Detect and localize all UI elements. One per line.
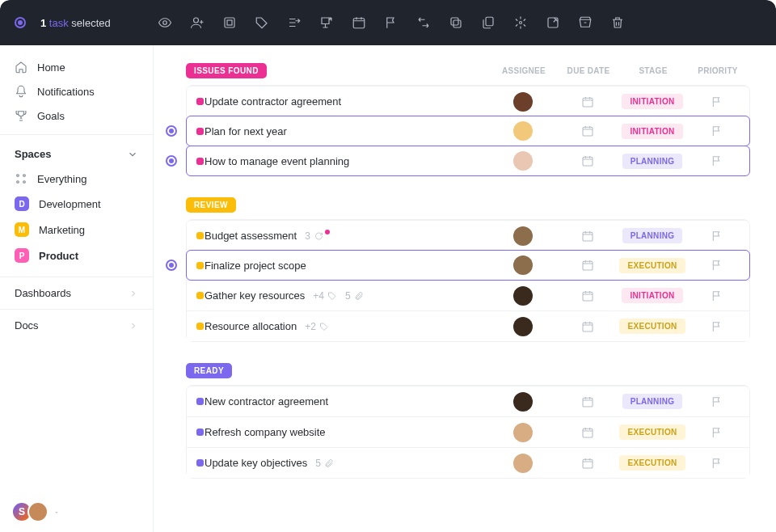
priority-button[interactable] [685,154,749,167]
stage-pill[interactable]: PLANNING [622,154,683,169]
nav-everything[interactable]: Everything [0,167,153,191]
stage-pill[interactable]: INITIATION [622,288,682,303]
stage-pill[interactable]: EXECUTION [619,319,685,334]
status-bullet-icon[interactable] [196,398,204,405]
row-selected-icon[interactable] [166,260,177,271]
task-row[interactable]: Refresh company websiteEXECUTION [187,416,749,447]
task-row[interactable]: Finalize project scopeEXECUTION [186,250,750,281]
task-row[interactable]: Resource allocation+2 EXECUTION [187,310,749,341]
dates-icon[interactable] [352,15,366,30]
stage-pill[interactable]: PLANNING [622,228,683,243]
tags-icon[interactable] [255,15,269,30]
assignee-avatar[interactable] [513,286,533,306]
row-selected-icon[interactable] [166,125,177,137]
assignee-avatar[interactable] [513,92,533,112]
change-status-icon[interactable] [222,15,237,30]
set-parent-icon[interactable] [319,15,334,30]
space-item-development[interactable]: DDevelopment [0,191,153,217]
stage-pill[interactable]: PLANNING [622,394,683,409]
profile-cluster[interactable]: S [11,501,60,522]
priority-button[interactable] [685,320,749,333]
dependencies-icon[interactable] [416,15,431,30]
task-title: Plan for next year [205,125,287,137]
attachment-count[interactable]: 5 [315,458,334,469]
task-row[interactable]: Update contractor agreementINITIATION [187,86,749,116]
space-item-marketing[interactable]: MMarketing [0,217,153,243]
move-icon[interactable] [287,15,302,30]
status-bullet-icon[interactable] [196,232,204,239]
spaces-header[interactable]: Spaces [0,141,153,167]
assignee-avatar[interactable] [513,255,533,275]
due-date-button[interactable] [555,457,620,470]
due-date-button[interactable] [555,395,620,408]
priority-button[interactable] [685,395,749,408]
nav-notifications[interactable]: Notifications [0,79,153,103]
assignee-avatar[interactable] [513,317,533,336]
assignee-avatar[interactable] [513,392,533,412]
group-pill[interactable]: ISSUES FOUND [186,63,267,78]
comments-count[interactable]: 3 [305,230,331,242]
task-row[interactable]: How to manage event planningPLANNING [186,146,750,176]
archive-icon[interactable] [578,15,593,30]
status-bullet-icon[interactable] [196,128,204,135]
attachment-count[interactable]: 5 [345,290,364,302]
stage-pill[interactable]: INITIATION [622,124,682,139]
merge-icon[interactable] [513,15,528,30]
add-assignee-icon[interactable] [190,15,205,30]
status-bullet-icon[interactable] [196,158,204,165]
task-row[interactable]: Gather key resources+4 5 INITIATION [187,280,749,310]
due-date-button[interactable] [555,125,620,137]
group-pill[interactable]: REVIEW [186,197,236,213]
priority-button[interactable] [685,230,749,243]
assignee-avatar[interactable] [513,423,533,442]
status-bullet-icon[interactable] [196,323,204,330]
task-row[interactable]: New contractor agreementPLANNING [187,386,749,416]
stage-pill[interactable]: EXECUTION [619,258,685,273]
nav-docs[interactable]: Docs [0,309,153,341]
priority-button[interactable] [685,259,749,272]
template-icon[interactable] [546,15,560,30]
stage-pill[interactable]: EXECUTION [619,455,685,471]
duplicate-icon[interactable] [449,15,463,30]
copy-icon[interactable] [481,15,496,30]
watch-icon[interactable] [158,15,172,30]
group-pill[interactable]: READY [186,363,232,378]
row-selected-icon[interactable] [166,155,177,167]
task-row[interactable]: Plan for next yearINITIATION [186,116,750,146]
status-bullet-icon[interactable] [196,98,204,105]
stage-pill[interactable]: EXECUTION [619,424,685,440]
nav-goals[interactable]: Goals [0,103,153,128]
trash-icon[interactable] [610,15,625,30]
nav-dashboards[interactable]: Dashboards [0,277,153,309]
assignee-avatar[interactable] [513,121,533,141]
due-date-button[interactable] [555,259,620,272]
status-bullet-icon[interactable] [196,262,204,269]
due-date-button[interactable] [555,95,620,108]
due-date-button[interactable] [555,154,620,167]
task-row[interactable]: Budget assessment3 PLANNING [187,220,749,251]
priority-button[interactable] [685,457,749,470]
tag-count[interactable]: +2 [305,321,329,332]
assignee-avatar[interactable] [513,226,533,246]
status-bullet-icon[interactable] [196,429,204,436]
assignee-avatar[interactable] [513,454,533,473]
priority-button[interactable] [685,289,749,302]
tag-count[interactable]: +4 [313,290,337,302]
nav-home[interactable]: Home [0,55,153,79]
due-date-button[interactable] [555,230,620,243]
due-date-button[interactable] [555,289,620,302]
priority-button[interactable] [685,125,749,137]
priority-icon[interactable] [384,15,399,30]
stage-pill[interactable]: INITIATION [622,94,682,109]
status-bullet-icon[interactable] [196,292,204,299]
priority-button[interactable] [685,426,749,439]
assignee-avatar[interactable] [513,151,533,171]
due-date-button[interactable] [555,320,620,333]
status-bullet-icon[interactable] [196,459,204,467]
nav-docs-label: Docs [15,319,39,331]
due-date-button[interactable] [555,426,620,439]
priority-button[interactable] [685,95,749,108]
task-row[interactable]: Update key objectives5 EXECUTION [187,447,749,478]
space-name: Marketing [39,224,85,236]
space-item-product[interactable]: PProduct [0,243,153,268]
